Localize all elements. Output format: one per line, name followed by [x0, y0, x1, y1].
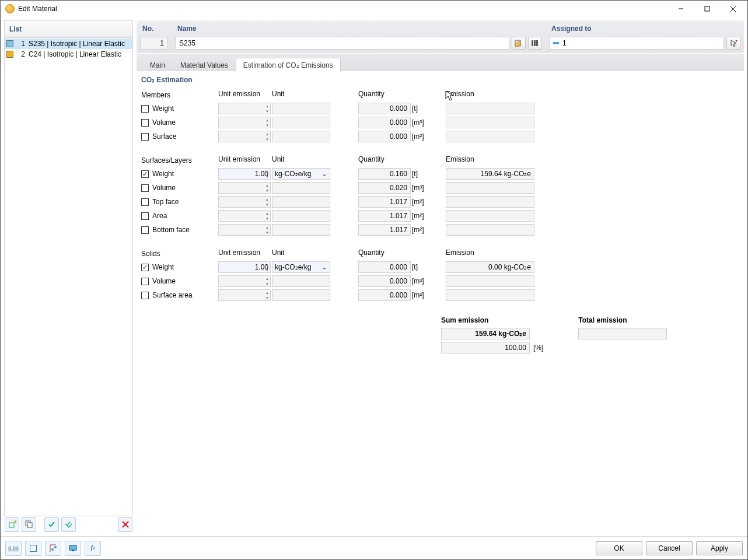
spinner: ▲▼	[264, 225, 270, 235]
row-checkbox[interactable]	[141, 264, 149, 271]
col-unit: Unit	[272, 155, 330, 166]
emission-value	[446, 196, 534, 208]
row-checkbox[interactable]	[141, 278, 149, 285]
unit-emission-input: ▲▼	[218, 117, 271, 128]
unit-emission-input[interactable]: 1.00▲▼	[218, 261, 271, 273]
unit-emission-input[interactable]: 1.00▲▼	[218, 168, 271, 180]
row-checkbox[interactable]	[141, 105, 149, 113]
model-button[interactable]	[45, 541, 61, 556]
row-checkbox[interactable]	[141, 184, 149, 192]
name-input[interactable]	[175, 37, 509, 50]
col-emission: Emission	[446, 155, 534, 166]
color-button[interactable]	[25, 541, 41, 556]
pick-assigned-button[interactable]	[726, 37, 740, 50]
list-item[interactable]: 1S235 | Isotropic | Linear Elastic	[5, 38, 132, 49]
quantity-value: 0.000	[358, 275, 411, 287]
quantity-value: 0.000	[358, 117, 411, 128]
emission-value	[446, 224, 534, 236]
emission-value	[446, 210, 534, 222]
row-checkbox[interactable]	[141, 292, 149, 299]
spinner: ▲▼	[264, 183, 270, 193]
unit-emission-input: ▲▼	[218, 224, 271, 236]
quantity-unit: [m²]	[412, 212, 426, 220]
row-checkbox[interactable]	[141, 170, 149, 178]
list-header: List	[4, 20, 133, 38]
unit-dropdown	[272, 117, 330, 128]
row-checkbox[interactable]	[141, 212, 149, 220]
assigned-label: Assigned to	[549, 20, 740, 37]
row-checkbox[interactable]	[141, 198, 149, 206]
quantity-value: 0.020	[358, 182, 411, 194]
row-label: Weight	[141, 104, 217, 113]
unit-emission-input: ▲▼	[218, 103, 271, 114]
quantity-unit: [t]	[412, 263, 426, 271]
row-label: Weight	[141, 263, 217, 271]
row-checkbox[interactable]	[141, 226, 149, 234]
spinner: ▲▼	[264, 211, 270, 221]
quantity-unit: [m²]	[412, 291, 426, 299]
close-button[interactable]	[720, 1, 746, 17]
col-quantity: Quantity	[358, 90, 411, 100]
row-label: Volume	[141, 184, 217, 192]
emission-value	[446, 275, 534, 287]
tab-bar: MainMaterial ValuesEstimation of CO₂ Emi…	[137, 54, 744, 71]
col-emission: Emission	[446, 249, 534, 259]
unit-dropdown	[272, 224, 330, 236]
display-button[interactable]	[65, 541, 81, 556]
spinner[interactable]: ▲▼	[264, 262, 270, 272]
new-item-button[interactable]: ✱	[5, 517, 19, 532]
group-name: Surfaces/Layers	[141, 156, 217, 164]
svg-rect-21	[72, 550, 74, 551]
function-button[interactable]: fx	[85, 541, 101, 556]
row-checkbox[interactable]	[141, 119, 149, 127]
row-checkbox[interactable]	[141, 133, 149, 141]
quantity-unit: [t]	[412, 104, 426, 113]
quantity-value: 1.017	[358, 196, 411, 208]
tab[interactable]: Material Values	[173, 58, 236, 72]
list-item[interactable]: 2C24 | Isotropic | Linear Elastic	[5, 49, 132, 60]
col-quantity: Quantity	[358, 155, 411, 166]
delete-item-button[interactable]	[118, 517, 132, 532]
maximize-button[interactable]	[694, 1, 720, 17]
assigned-field[interactable]: 1	[549, 37, 724, 50]
col-unit-emission: Unit emission	[218, 249, 271, 259]
unit-dropdown[interactable]: kg-CO₂e/kg⌄	[272, 261, 330, 273]
header-band: No. 1 Name Assigned to 1	[137, 20, 744, 53]
app-icon	[5, 4, 15, 13]
unit-emission-input: ▲▼	[218, 131, 271, 142]
minimize-button[interactable]	[667, 1, 694, 17]
tab[interactable]: Estimation of CO₂ Emissions	[236, 58, 341, 72]
emission-value: 0.00 kg-CO₂e	[446, 261, 534, 273]
unit-emission-input: ▲▼	[218, 196, 271, 208]
material-label: S235 | Isotropic | Linear Elastic	[29, 40, 125, 48]
library-button[interactable]	[528, 37, 542, 50]
cancel-button[interactable]: Cancel	[646, 541, 693, 555]
tab[interactable]: Main	[142, 58, 173, 72]
check-all-button[interactable]	[61, 517, 76, 532]
col-unit-emission: Unit emission	[218, 90, 271, 100]
spinner: ▲▼	[264, 103, 270, 114]
svg-point-19	[54, 546, 57, 548]
unit-dropdown	[272, 182, 330, 194]
row-label: Volume	[141, 277, 217, 285]
edit-name-button[interactable]	[512, 37, 526, 50]
unit-dropdown	[272, 275, 330, 287]
emission-value	[446, 131, 534, 142]
col-unit-emission: Unit emission	[218, 155, 271, 166]
ok-button[interactable]: OK	[596, 541, 642, 555]
spinner[interactable]: ▲▼	[264, 169, 270, 179]
emission-value	[446, 289, 534, 301]
emission-value: 159.64 kg-CO₂e	[446, 168, 534, 180]
name-label: Name	[175, 20, 542, 37]
units-button[interactable]: 0.00	[5, 541, 22, 556]
no-field[interactable]: 1	[140, 37, 168, 50]
emission-value	[446, 103, 534, 114]
check-item-button[interactable]	[44, 517, 59, 532]
copy-item-button[interactable]	[22, 517, 36, 532]
apply-button[interactable]: Apply	[696, 541, 743, 555]
emission-value	[446, 182, 534, 194]
unit-emission-input: ▲▼	[218, 182, 271, 194]
row-label: Area	[141, 212, 217, 220]
quantity-unit: [m²]	[412, 132, 426, 141]
unit-dropdown[interactable]: kg-CO₂e/kg⌄	[272, 168, 330, 180]
